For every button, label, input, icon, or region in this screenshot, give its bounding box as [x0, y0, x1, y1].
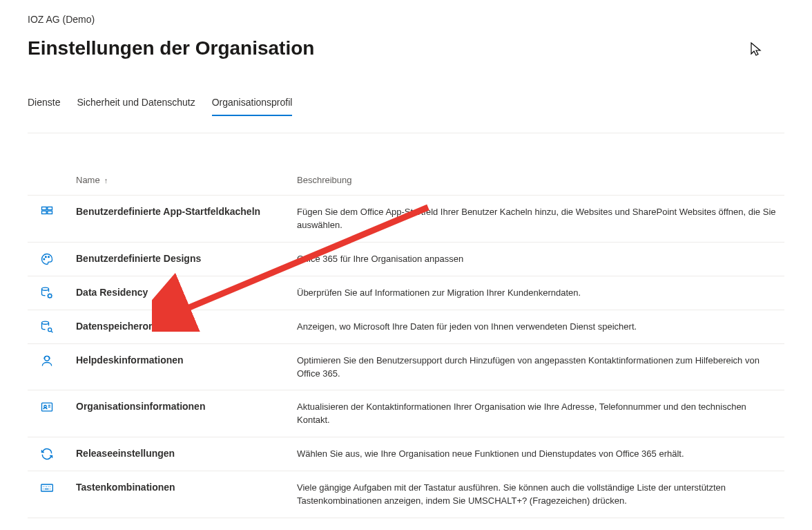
svg-rect-3 [48, 211, 52, 214]
column-header-name[interactable]: Name ↑ [76, 175, 297, 185]
row-description: Viele gängige Aufgaben mit der Tastatur … [297, 481, 784, 508]
row-datenspeicherort[interactable]: Datenspeicherort Anzeigen, wo Microsoft … [28, 310, 784, 344]
row-name: Benutzerdefinierte App-Startfeldkacheln [76, 205, 297, 217]
svg-point-4 [44, 258, 45, 260]
tab-sicherheit[interactable]: Sicherheit und Datenschutz [77, 93, 195, 116]
row-data-residency[interactable]: Data Residency Überprüfen Sie auf Inform… [28, 276, 784, 310]
row-name: Tastenkombinationen [76, 481, 297, 493]
svg-point-6 [48, 256, 50, 258]
row-name: Helpdeskinformationen [76, 354, 297, 366]
row-keyboard[interactable]: Tastenkombinationen Viele gängige Aufgab… [28, 471, 784, 518]
contact-card-icon [28, 400, 76, 414]
palette-icon [28, 252, 76, 266]
settings-list: Benutzerdefinierte App-Startfeldkacheln … [28, 195, 784, 518]
svg-rect-12 [42, 404, 52, 412]
svg-point-5 [46, 256, 47, 258]
list-header: Name ↑ Beschreibung [28, 175, 784, 195]
row-description: Office 365 für Ihre Organisation anpasse… [297, 252, 784, 266]
row-name: Releaseeinstellungen [76, 447, 297, 459]
tabs: Dienste Sicherheit und Datenschutz Organ… [28, 93, 784, 116]
svg-point-8 [48, 294, 52, 297]
row-name: Datenspeicherort [76, 320, 297, 332]
row-designs[interactable]: Benutzerdefinierte Designs Office 365 fü… [28, 243, 784, 276]
row-name: Organisationsinformationen [76, 400, 297, 412]
svg-rect-0 [42, 207, 47, 210]
svg-point-9 [42, 321, 49, 324]
sort-ascending-icon: ↑ [104, 176, 108, 184]
column-header-description[interactable]: Beschreibung [297, 175, 784, 185]
person-headset-icon [28, 354, 76, 368]
breadcrumb[interactable]: IOZ AG (Demo) [28, 14, 784, 25]
database-gear-icon [28, 286, 76, 300]
row-description: Anzeigen, wo Microsoft Ihre Daten für je… [297, 320, 784, 334]
row-name: Benutzerdefinierte Designs [76, 252, 297, 264]
row-helpdesk[interactable]: Helpdeskinformationen Optimieren Sie den… [28, 344, 784, 391]
svg-point-10 [48, 328, 52, 331]
tab-organisationsprofil[interactable]: Organisationsprofil [212, 93, 293, 116]
tabs-divider [28, 133, 784, 133]
column-header-name-label: Name [76, 175, 100, 185]
row-release[interactable]: Releaseeinstellungen Wählen Sie aus, wie… [28, 437, 784, 471]
row-description: Aktualisieren der Kontaktinformationen I… [297, 400, 784, 427]
svg-point-13 [44, 406, 46, 408]
refresh-icon [28, 447, 76, 461]
row-description: Fügen Sie dem Office App-Startfeld Ihrer… [297, 205, 784, 232]
row-org-info[interactable]: Organisationsinformationen Aktualisieren… [28, 390, 784, 437]
page-title: Einstellungen der Organisation [28, 37, 784, 59]
row-description: Optimieren Sie den Benutzersupport durch… [297, 354, 784, 381]
tab-dienste[interactable]: Dienste [28, 93, 60, 116]
row-description: Überprüfen Sie auf Informationen zur Mig… [297, 286, 784, 300]
svg-rect-1 [48, 207, 52, 210]
database-search-icon [28, 320, 76, 334]
row-name: Data Residency [76, 286, 297, 298]
svg-rect-16 [41, 484, 53, 491]
keyboard-icon [28, 481, 76, 495]
svg-point-7 [42, 287, 49, 290]
tiles-icon [28, 205, 76, 219]
svg-rect-2 [42, 211, 47, 214]
row-description: Wählen Sie aus, wie Ihre Organisation ne… [297, 447, 784, 461]
row-app-tiles[interactable]: Benutzerdefinierte App-Startfeldkacheln … [28, 196, 784, 243]
